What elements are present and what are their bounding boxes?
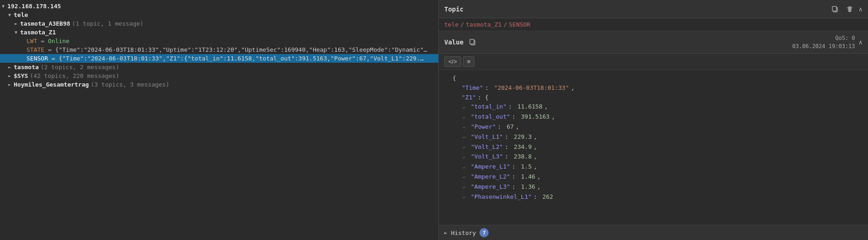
arrow-icon: ▼	[15, 30, 20, 35]
tree-node-tele[interactable]: ▼ tele	[0, 11, 438, 19]
line-arrow: ↵	[463, 193, 469, 201]
lwt-value: Online	[48, 38, 69, 44]
colon: :	[512, 182, 519, 192]
root-node-label: 192.168.178.145	[7, 3, 61, 10]
colon: :	[512, 112, 519, 122]
colon: :	[512, 172, 519, 182]
a3eb98-meta: (1 topic, 1 message)	[72, 20, 144, 27]
json-key-volt-l3: "Volt_L3"	[471, 152, 503, 162]
arrow-icon: ▼	[2, 4, 7, 9]
tree-node-tasmota-z1[interactable]: ▼ tasmota_Z1	[0, 28, 438, 37]
tasmota-label: tasmota	[14, 64, 39, 71]
arrow-icon: ▼	[8, 12, 14, 17]
tree-node-tasmota-a3eb98[interactable]: ► tasmota_A3EB98 (1 topic, 1 message)	[0, 19, 438, 28]
topic-title: Topic	[444, 5, 463, 13]
json-volt-l1: ↵ "Volt_L1": 229.3,	[463, 132, 863, 142]
tree-node-hoymiles[interactable]: ► Hoymiles_Gesamtertrag (3 topics, 3 mes…	[0, 80, 438, 89]
json-val-power: 67	[506, 122, 514, 132]
tele-node-label: tele	[14, 11, 28, 18]
tree-node-root[interactable]: ▼ 192.168.178.145	[0, 2, 438, 11]
arrow-icon: ►	[15, 21, 20, 26]
hoymiles-meta: (3 topics, 3 messages)	[91, 81, 169, 88]
json-ampere-l2: ↵ "Ampere_L2": 1.46,	[463, 172, 863, 182]
arrow-icon: ►	[8, 65, 14, 70]
topic-delete-button[interactable]	[844, 5, 855, 14]
tree-node-lwt[interactable]: LWT = Online	[0, 37, 438, 45]
a3eb98-label: tasmota_A3EB98	[20, 20, 70, 27]
json-key-power: "Power"	[471, 122, 496, 132]
json-val-phasenwinkel-l1: 262	[543, 192, 553, 202]
topic-actions: ∧	[830, 5, 863, 14]
json-val-time: "2024-06-03T18:01:33"	[494, 83, 569, 93]
tree-panel: ▼ 192.168.178.145 ▼ tele ► tasmota_A3EB9…	[0, 0, 439, 240]
line-arrow: ↵	[463, 133, 469, 141]
breadcrumb-tasmota-z1[interactable]: tasmota_Z1	[466, 21, 501, 28]
tree-node-tasmota[interactable]: ► tasmota (2 topics, 2 messages)	[0, 63, 438, 71]
right-panel: Topic ∧ tele / tasmota_Z1 / SENSOR	[439, 0, 868, 240]
json-volt-l3: ↵ "Volt_L3": 238.8,	[463, 152, 863, 162]
menu-view-button[interactable]: ≡	[463, 56, 475, 67]
value-meta: QoS: 0 03.06.2024 19:03:13	[792, 34, 855, 50]
topic-copy-button[interactable]	[830, 5, 841, 14]
colon: :	[508, 102, 516, 112]
tree-node-sys[interactable]: ► $SYS (42 topics, 220 messages)	[0, 71, 438, 80]
colon: :	[512, 162, 519, 172]
arrow-icon: ►	[8, 82, 14, 87]
svg-rect-3	[847, 7, 852, 8]
history-label: History	[451, 229, 476, 236]
line-arrow: ↵	[463, 153, 469, 161]
history-bar: ► History 7	[439, 225, 868, 240]
json-toolbar: </> ≡	[439, 54, 868, 70]
colon: : {	[478, 93, 488, 103]
breadcrumb-tele[interactable]: tele	[444, 21, 458, 28]
svg-rect-1	[832, 6, 836, 11]
tree-node-state[interactable]: STATE = {"Time":"2024-06-03T18:01:33","U…	[0, 45, 438, 54]
arrow-icon: ►	[8, 73, 14, 78]
colon: :	[485, 83, 492, 93]
breadcrumb-sensor[interactable]: SENSOR	[509, 21, 530, 28]
json-val-volt-l1: 229.3	[514, 132, 532, 142]
json-time-line: "Time": "2024-06-03T18:01:33",	[444, 83, 863, 93]
comma: ,	[533, 132, 537, 142]
json-key-volt-l1: "Volt_L1"	[471, 132, 503, 142]
timestamp-label: 03.06.2024 19:03:13	[792, 42, 855, 50]
json-total-in: ↵ "total_in": 11.6158,	[463, 102, 863, 112]
json-key-phasenwinkel-l1: "Phasenwinkel_L1"	[471, 192, 532, 202]
json-key-ampere-l1: "Ampere_L1"	[471, 162, 510, 172]
json-key-time: "Time"	[462, 83, 483, 93]
line-arrow: ↵	[463, 123, 469, 131]
line-arrow: ↵	[463, 173, 469, 180]
json-key-volt-l2: "Volt_L2"	[471, 142, 503, 152]
svg-rect-5	[470, 39, 474, 44]
value-chevron-icon: ∧	[859, 38, 863, 46]
sensor-key: SENSOR	[27, 55, 48, 62]
json-power: ↵ "Power": 67,	[463, 122, 863, 132]
value-header: Value QoS: 0 03.06.2024 19:03:13 ∧	[439, 31, 868, 54]
comma: ,	[533, 152, 537, 162]
json-key-z1: "Z1"	[462, 93, 476, 103]
line-arrow: ↵	[463, 114, 469, 121]
value-copy-button[interactable]	[467, 38, 478, 47]
colon: :	[505, 142, 512, 152]
colon: :	[505, 152, 512, 162]
json-val-volt-l2: 234.9	[514, 142, 532, 152]
json-key-ampere-l2: "Ampere_L2"	[471, 172, 510, 182]
json-ampere-l3: ↵ "Ampere_L3": 1.36,	[463, 182, 863, 192]
value-section: Value QoS: 0 03.06.2024 19:03:13 ∧ </>	[439, 31, 868, 225]
breadcrumb-sep-2: /	[503, 21, 507, 28]
tree-node-sensor[interactable]: SENSOR = {"Time":"2024-06-03T18:01:33","…	[0, 54, 438, 63]
json-brace-open: {	[453, 74, 456, 83]
comma: ,	[551, 112, 555, 122]
lwt-key: LWT	[27, 38, 37, 44]
comma: ,	[537, 172, 541, 182]
state-key: STATE	[27, 46, 44, 53]
json-val-ampere-l1: 1.5	[521, 162, 532, 172]
sensor-eq: =	[48, 55, 59, 62]
code-view-button[interactable]: </>	[444, 56, 461, 67]
json-val-total-in: 11.6158	[517, 102, 543, 112]
comma: ,	[533, 162, 537, 172]
json-line-0: {	[444, 74, 863, 83]
json-volt-l2: ↵ "Volt_L2": 234.9,	[463, 142, 863, 152]
line-arrow: ↵	[463, 143, 469, 151]
colon: :	[498, 122, 505, 132]
